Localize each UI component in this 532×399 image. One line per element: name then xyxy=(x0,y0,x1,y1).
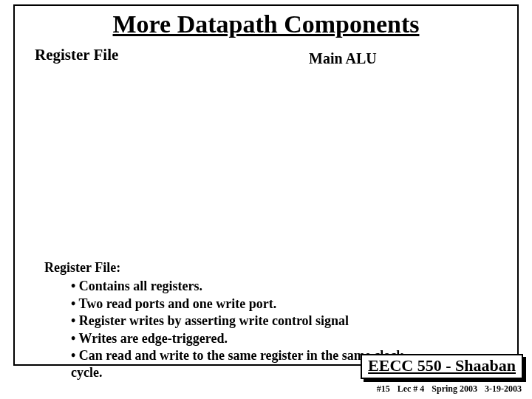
list-item: Writes are edge-triggered. xyxy=(71,330,429,347)
content-frame: More Datapath Components Register File M… xyxy=(13,4,519,366)
date: 3-19-2003 xyxy=(485,383,522,395)
label-main-alu: Main ALU xyxy=(309,50,377,67)
slide-title: More Datapath Components xyxy=(15,10,517,38)
footer-meta: #15 Lec # 4 Spring 2003 3-19-2003 xyxy=(377,383,522,395)
lecture-number: Lec # 4 xyxy=(398,383,425,395)
label-register-file: Register File xyxy=(35,46,118,64)
slide: More Datapath Components Register File M… xyxy=(0,0,532,399)
slide-number: #15 xyxy=(377,383,390,395)
list-item: Two read ports and one write port. xyxy=(71,296,429,313)
list-item: Contains all registers. xyxy=(71,278,429,295)
list-item: Register writes by asserting write contr… xyxy=(71,313,429,330)
notes-header: Register File: xyxy=(44,259,429,276)
term: Spring 2003 xyxy=(432,383,477,395)
course-footer-box: EECC 550 - Shaaban xyxy=(361,354,523,379)
